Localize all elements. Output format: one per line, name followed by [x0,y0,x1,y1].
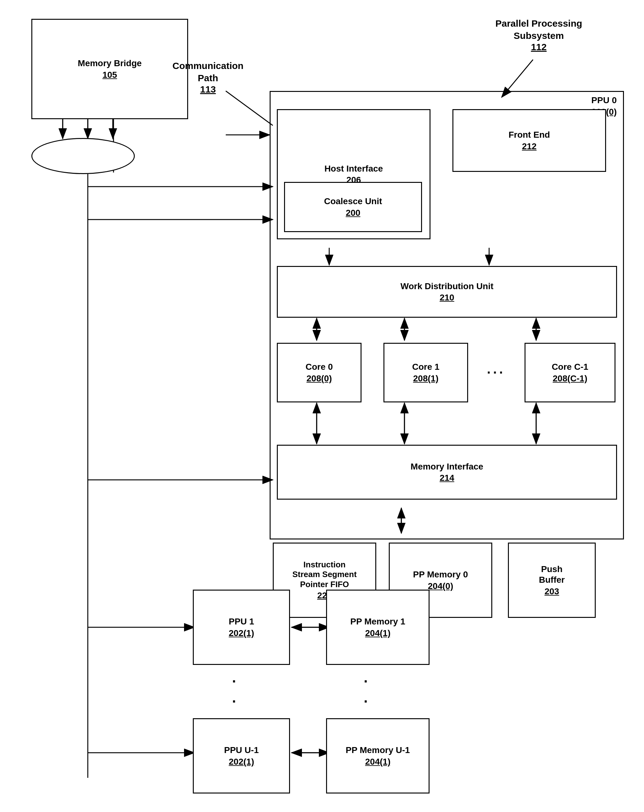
coalesce-title: Coalesce Unit [324,196,382,207]
comm-path-label: CommunicationPath 113 [172,60,244,95]
mem-interface-title: Memory Interface [411,461,484,472]
pps-title: Parallel ProcessingSubsystem [495,17,582,42]
memory-bus-ellipse [31,138,135,174]
core1-id: 208(1) [413,374,439,383]
ppu0-outer-box: PPU 0 202(0) Host Interface 206 Coalesce… [270,91,624,539]
core0-box: Core 0 208(0) [277,343,362,402]
mem-interface-id: 214 [440,473,454,483]
pp-mem1-box: PP Memory 1 204(1) [326,590,430,665]
memory-bridge-id: 105 [102,70,117,80]
memory-interface-box: Memory Interface 214 [277,445,617,500]
push-buffer-box: PushBuffer 203 [508,543,596,618]
wdu-id: 210 [440,293,454,303]
corec1-id: 208(C-1) [553,374,587,383]
cores-dots: ... [487,362,505,377]
ppu1-title: PPU 1 [229,616,254,627]
coalesce-id: 200 [346,208,360,218]
pp-memu1-id: 204(1) [365,757,391,767]
memory-bridge-title: Memory Bridge [78,58,142,69]
svg-line-4 [226,91,273,125]
ppu0-title: PPU 0 [591,95,617,106]
diagram: Memory Bridge 105 CommunicationPath 113 … [0,0,644,812]
ppu1-box: PPU 1 202(1) [193,590,290,665]
iss-title: InstructionStream SegmentPointer FIFO [292,560,357,589]
host-interface-title: Host Interface [325,163,383,174]
pp-memu1-title: PP Memory U-1 [346,745,410,756]
pp-mem0-id: 204(0) [428,581,453,591]
front-end-title: Front End [508,130,550,140]
comm-path-id: 113 [172,84,244,95]
front-end-box: Front End 212 [452,109,606,172]
host-interface-box: Host Interface 206 Coalesce Unit 200 [277,109,430,239]
pp-mem1-id: 204(1) [365,628,391,638]
memory-bridge-box: Memory Bridge 105 [31,19,188,119]
core1-title: Core 1 [412,362,439,372]
ppu1-id: 202(1) [229,628,254,638]
wdu-title: Work Distribution Unit [400,281,493,292]
pp-mem0-title: PP Memory 0 [413,569,468,580]
wdu-box: Work Distribution Unit 210 [277,266,617,318]
pps-label: Parallel ProcessingSubsystem 112 [495,17,582,52]
core1-box: Core 1 208(1) [383,343,468,402]
push-buf-title: PushBuffer [539,564,565,585]
pps-id: 112 [495,42,582,52]
comm-path-title: CommunicationPath [172,60,244,84]
pp-memu1-box: PP Memory U-1 204(1) [326,718,430,794]
pp-mem1-title: PP Memory 1 [350,616,405,627]
front-end-id: 212 [522,142,537,151]
corec1-box: Core C-1 208(C-1) [525,343,615,402]
core0-id: 208(0) [307,374,332,383]
ppu-u1-title: PPU U-1 [224,745,259,756]
ppu-u1-id: 202(1) [229,757,254,767]
push-buf-id: 203 [545,586,559,597]
corec1-title: Core C-1 [552,362,589,372]
core0-title: Core 0 [305,362,333,372]
ppu-u1-box: PPU U-1 202(1) [193,718,290,794]
coalesce-unit-box: Coalesce Unit 200 [284,182,422,232]
